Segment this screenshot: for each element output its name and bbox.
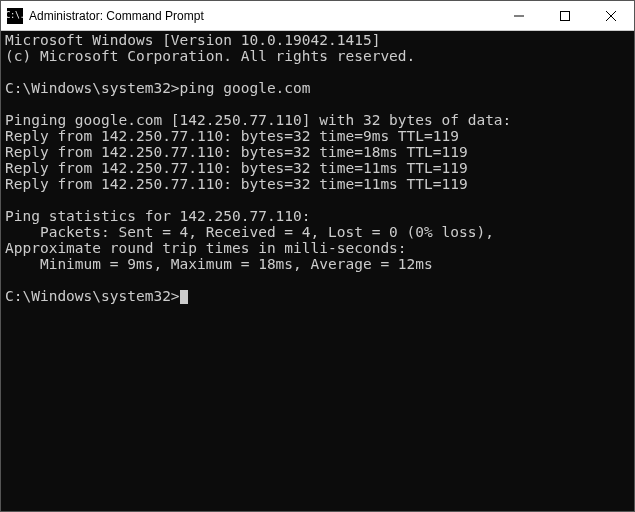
terminal-output[interactable]: Microsoft Windows [Version 10.0.19042.14… [1, 31, 634, 511]
terminal-line: Reply from 142.250.77.110: bytes=32 time… [5, 129, 630, 145]
titlebar[interactable]: C:\. Administrator: Command Prompt [1, 1, 634, 31]
minimize-icon [514, 11, 524, 21]
terminal-line: Ping statistics for 142.250.77.110: [5, 209, 630, 225]
cmd-icon: C:\. [7, 8, 23, 24]
maximize-button[interactable] [542, 1, 588, 31]
window-title: Administrator: Command Prompt [29, 9, 204, 23]
terminal-line: (c) Microsoft Corporation. All rights re… [5, 49, 630, 65]
close-icon [606, 11, 616, 21]
terminal-line: Reply from 142.250.77.110: bytes=32 time… [5, 145, 630, 161]
terminal-line: C:\Windows\system32> [5, 289, 630, 305]
terminal-line [5, 65, 630, 81]
cmd-window: C:\. Administrator: Command Prompt Micro… [0, 0, 635, 512]
terminal-line: Minimum = 9ms, Maximum = 18ms, Average =… [5, 257, 630, 273]
terminal-line: Microsoft Windows [Version 10.0.19042.14… [5, 33, 630, 49]
terminal-line: Packets: Sent = 4, Received = 4, Lost = … [5, 225, 630, 241]
cursor [180, 290, 188, 304]
terminal-line [5, 193, 630, 209]
terminal-line: C:\Windows\system32>ping google.com [5, 81, 630, 97]
terminal-line: Reply from 142.250.77.110: bytes=32 time… [5, 177, 630, 193]
terminal-line: Approximate round trip times in milli-se… [5, 241, 630, 257]
svg-rect-1 [561, 11, 570, 20]
terminal-line [5, 273, 630, 289]
terminal-line: Pinging google.com [142.250.77.110] with… [5, 113, 630, 129]
maximize-icon [560, 11, 570, 21]
minimize-button[interactable] [496, 1, 542, 31]
close-button[interactable] [588, 1, 634, 31]
terminal-line: Reply from 142.250.77.110: bytes=32 time… [5, 161, 630, 177]
terminal-line [5, 97, 630, 113]
